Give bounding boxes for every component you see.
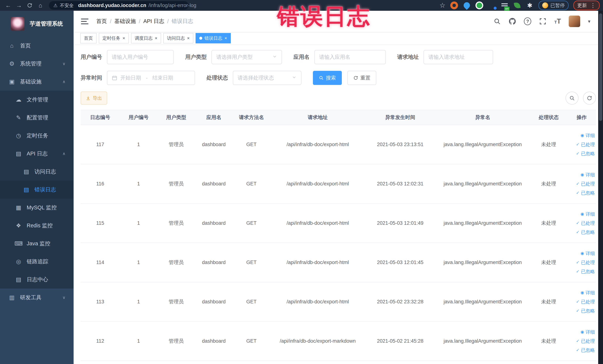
app-logo — [11, 17, 24, 31]
detail-link[interactable]: ◉详细 — [580, 211, 595, 217]
browser-home-button[interactable]: ⌂ — [35, 1, 45, 10]
eye-icon: ◉ — [580, 133, 584, 138]
font-size-icon[interactable]: TT — [554, 17, 561, 25]
processed-link[interactable]: ✓已处理 — [576, 181, 595, 187]
reset-button[interactable]: 重置 — [347, 71, 376, 85]
process-status-select[interactable]: 请选择处理状态 — [233, 71, 302, 85]
processed-link[interactable]: ✓已处理 — [576, 220, 595, 226]
github-icon[interactable] — [509, 18, 516, 25]
ignored-link[interactable]: ✓已忽略 — [576, 190, 595, 196]
export-button[interactable]: 导出 — [81, 92, 107, 105]
sidebar-menu-item[interactable]: ⚙ 系统管理 ∨ — [0, 55, 74, 73]
close-icon[interactable]: × — [123, 36, 125, 40]
request-url-input[interactable]: 请输入请求地址 — [424, 50, 493, 64]
detail-link[interactable]: ◉详细 — [580, 329, 595, 335]
processed-link[interactable]: ✓已处理 — [576, 338, 595, 344]
cell-app-name: dashboard — [195, 181, 233, 187]
app-name-input[interactable]: 请输入应用名 — [314, 50, 386, 64]
check-icon: ✓ — [576, 348, 580, 352]
close-icon[interactable]: × — [187, 36, 190, 40]
sidebar-menu-item[interactable]: ▤ 日志中心 — [0, 270, 74, 289]
cell-request-url: /api/infra/db-doc/export-html — [270, 220, 365, 226]
sidebar-menu-item[interactable]: ◎ 链路追踪 — [0, 253, 74, 270]
extension-puzzle-icon[interactable]: ✱ — [526, 1, 534, 9]
hamburger-icon[interactable] — [81, 19, 88, 24]
extension-switch-on-icon[interactable]: on — [501, 1, 509, 9]
sidebar-menu-item[interactable]: ⌂ 首页 — [0, 37, 74, 55]
extension-proxy-icon[interactable] — [450, 1, 458, 9]
cell-request-url: /api/infra/db-doc/export-html — [270, 260, 365, 265]
sidebar-menu-item[interactable]: ▥ 研发工具 ∨ — [0, 289, 74, 306]
sidebar-menu-item[interactable]: ❖ Redis 监控 — [0, 217, 74, 235]
detail-link[interactable]: ◉详细 — [580, 132, 595, 139]
tag[interactable]: 调度日志 × — [131, 33, 161, 43]
toggle-search-button[interactable] — [566, 92, 579, 105]
help-icon[interactable]: ? — [524, 18, 531, 25]
sidebar-menu-item[interactable]: ⌨ Java 监控 — [0, 235, 74, 253]
app-title: 芋道管理系统 — [30, 20, 63, 28]
sidebar-menu-item[interactable]: ✎ 配置管理 — [0, 109, 74, 127]
ignored-link[interactable]: ✓已忽略 — [576, 269, 595, 275]
close-icon[interactable]: × — [155, 36, 157, 40]
cell-exception-name: java.lang.IllegalArgumentException — [435, 260, 530, 265]
processed-link[interactable]: ✓已处理 — [576, 141, 595, 148]
extension-v-badge-icon[interactable] — [475, 1, 483, 9]
sidebar-menu-item[interactable]: ◷ 定时任务 — [0, 127, 74, 145]
browser-update-button[interactable]: 更新 ⋮ — [573, 0, 600, 10]
browser-back-button[interactable]: ← — [3, 1, 13, 10]
breadcrumb-item[interactable]: 基础设施 / — [114, 18, 143, 25]
ignored-link[interactable]: ✓已忽略 — [576, 347, 595, 353]
refresh-icon — [587, 95, 592, 101]
date-range-input[interactable]: 开始日期 - 结束日期 — [107, 71, 195, 85]
avatar[interactable] — [569, 16, 580, 27]
navbar-right: ? TT ▾ — [493, 16, 596, 27]
breadcrumb-item[interactable]: 首页 / — [96, 18, 114, 25]
sidebar-logo-row[interactable]: 芋道管理系统 — [0, 11, 74, 37]
toolbox-icon: ▥ — [8, 294, 16, 301]
user-type-select[interactable]: 请选择用户类型 — [211, 50, 282, 64]
scrollbar-thumb[interactable] — [599, 13, 602, 121]
chevron-up-icon: ∧ — [62, 79, 65, 84]
paused-extension-button[interactable]: 已暂停 — [538, 1, 568, 10]
tag[interactable]: 首页 — [80, 33, 97, 43]
ignored-link[interactable]: ✓已忽略 — [576, 151, 595, 157]
extension-leaf-icon[interactable] — [513, 1, 521, 9]
processed-link[interactable]: ✓已处理 — [576, 259, 595, 266]
extension-pin-icon[interactable] — [463, 1, 471, 9]
tag[interactable]: 访问日志 × — [163, 33, 193, 43]
cell-status: 未处理 — [530, 220, 567, 226]
sidebar-menu-item[interactable]: ▣ 基础设施 ∧ — [0, 73, 74, 91]
sidebar-menu-item[interactable]: ▦ MySQL 监控 — [0, 199, 74, 217]
ignored-link[interactable]: ✓已忽略 — [576, 229, 595, 235]
api-log-icon: ▤ — [14, 150, 23, 157]
close-icon[interactable]: × — [224, 36, 227, 40]
processed-link[interactable]: ✓已处理 — [576, 299, 595, 305]
ignored-link[interactable]: ✓已忽略 — [576, 308, 595, 314]
sidebar-menu-item[interactable]: ▤ 错误日志 — [0, 181, 74, 199]
search-button[interactable]: 搜索 — [313, 71, 342, 85]
sidebar-menu-item[interactable]: ▤ API 日志 ∧ — [0, 145, 74, 163]
detail-link[interactable]: ◉详细 — [580, 250, 595, 257]
breadcrumb-item[interactable]: API 日志 / — [143, 18, 172, 25]
detail-link[interactable]: ◉详细 — [580, 290, 595, 296]
sidebar-menu-item[interactable]: ▤ 访问日志 — [0, 163, 74, 181]
tag[interactable]: 定时任务 × — [99, 33, 129, 43]
user-id-input[interactable]: 请输入用户编号 — [107, 50, 174, 64]
address-bar[interactable]: ⚠ 不安全 dashboard.yudao.iocoder.cn /infra/… — [49, 1, 188, 10]
detail-link[interactable]: ◉详细 — [580, 172, 595, 178]
browser-menu-icon[interactable]: ⋮ — [590, 2, 596, 9]
caret-down-icon[interactable]: ▾ — [588, 19, 590, 24]
browser-chrome: ← → ⌂ ⚠ 不安全 dashboard.yudao.iocoder.cn /… — [0, 0, 603, 11]
search-icon[interactable] — [493, 18, 501, 25]
browser-reload-button[interactable] — [25, 1, 35, 10]
breadcrumb-item[interactable]: 错误日志 — [172, 18, 193, 25]
bookmark-star-icon[interactable]: ☆ — [440, 1, 445, 9]
cell-app-name: dashboard — [195, 142, 233, 147]
tag[interactable]: 错误日志 × — [196, 33, 231, 43]
sidebar-menu-item[interactable]: ☁ 文件管理 — [0, 91, 74, 109]
filter-user-id: 用户编号 请输入用户编号 — [81, 50, 174, 64]
fullscreen-icon[interactable] — [539, 18, 546, 25]
extension-grid-icon[interactable] — [488, 1, 496, 9]
refresh-table-button[interactable] — [583, 92, 596, 105]
browser-forward-button[interactable]: → — [14, 1, 24, 10]
